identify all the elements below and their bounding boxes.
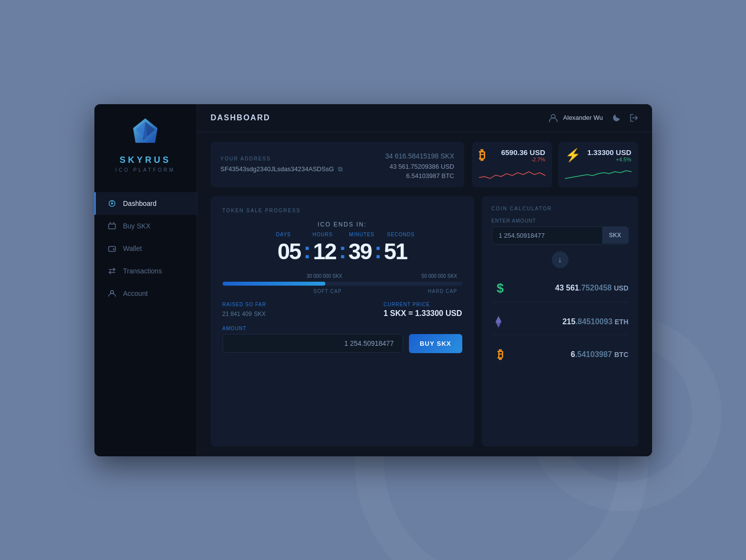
soft-cap-value: 30 000 000 SKX xyxy=(307,273,342,279)
nav-menu: Dashboard Buy SKX Wallet xyxy=(94,192,197,305)
countdown-labels: DAYS HOURS MINUTES SECONDS xyxy=(223,232,462,237)
logo-icon xyxy=(128,116,162,150)
price-label: CURRENT PRICE xyxy=(384,302,462,307)
sidebar-item-account[interactable]: Account xyxy=(94,282,197,305)
header-right: Alexander Wu xyxy=(548,113,638,123)
sidebar-item-buy-skx[interactable]: Buy SKX xyxy=(94,215,197,237)
btc-amount: 6.54103987 BTC xyxy=(385,172,454,179)
coin-calc-label: COIN CALCULATOR xyxy=(492,206,629,211)
usd-amount-value: 43 561.7520458 USD xyxy=(555,284,629,292)
ico-ends-area: ICO ENDS IN: DAYS HOURS MINUTES SECONDS … xyxy=(223,221,462,266)
svg-point-9 xyxy=(111,291,113,293)
app-title: SKYRUS xyxy=(119,155,171,165)
skx-info: 1.33300 USD +4.5% xyxy=(587,148,631,162)
progress-bar-bg xyxy=(223,282,462,286)
buy-section: AMOUNT 1 254.50918477 BUY SKX xyxy=(223,326,462,353)
usd-currency: USD xyxy=(614,284,629,292)
countdown-hours: 12 xyxy=(313,238,336,265)
skx-card: ⚡ 1.33300 USD +4.5% xyxy=(558,142,638,187)
bottom-row: TOKEN SALE PROGRESS ICO ENDS IN: DAYS HO… xyxy=(211,196,638,447)
calc-result-usd: $ 43 561.7520458 USD xyxy=(492,275,629,302)
skx-chart xyxy=(565,168,632,181)
sidebar: SKYRUS ICO PLATFORM Dashboard xyxy=(94,104,197,456)
app-subtitle: ICO PLATFORM xyxy=(115,167,175,173)
amount-field-value: 1 254.50918477 xyxy=(230,339,396,347)
usd-icon: $ xyxy=(492,281,509,296)
user-info: Alexander Wu xyxy=(548,113,603,123)
calc-result-eth: 215.84510093 ETH xyxy=(492,309,629,335)
sidebar-item-wallet[interactable]: Wallet xyxy=(94,237,197,260)
raised-row: RAISED SO FAR 21 841 409 SKX CURRENT PRI… xyxy=(223,302,462,318)
calc-input-row: SKX xyxy=(492,226,629,245)
skx-decimals: .58415198 SKX xyxy=(406,152,454,160)
content-area: YOUR ADDRESS SF43543sdg2340JLsdas34234AS… xyxy=(197,132,652,456)
sep2: : xyxy=(339,237,345,264)
sep1: : xyxy=(303,237,310,264)
sidebar-label-buy-skx: Buy SKX xyxy=(123,222,151,230)
price-section: CURRENT PRICE 1 SKX = 1.33300 USD xyxy=(384,302,462,318)
countdown-days: 05 xyxy=(277,238,300,265)
btc-change: -2.7% xyxy=(501,157,545,162)
sep3: : xyxy=(374,237,381,264)
calc-currency-badge: SKX xyxy=(602,227,628,244)
hard-cap-label: HARD CAP xyxy=(428,289,457,294)
token-sale-label: TOKEN SALE PROGRESS xyxy=(223,208,462,213)
progress-caps: SOFT CAP HARD CAP xyxy=(223,289,462,294)
buy-skx-button[interactable]: BUY SKX xyxy=(409,334,462,353)
countdown-minutes: 39 xyxy=(348,238,371,265)
arrow-down-icon: ↓ xyxy=(552,251,568,268)
main-content: DASHBOARD Alexander Wu xyxy=(197,104,652,456)
btc-icon: ₿ xyxy=(479,148,485,163)
btc-chart xyxy=(479,168,545,181)
sidebar-item-transactions[interactable]: Transactions xyxy=(94,260,197,282)
sidebar-item-dashboard[interactable]: Dashboard xyxy=(94,192,197,215)
coin-calculator-card: COIN CALCULATOR ENTER AMOUNT SKX ↓ $ xyxy=(482,196,638,447)
svg-point-4 xyxy=(111,202,113,204)
sidebar-label-account: Account xyxy=(123,290,148,297)
days-label: DAYS xyxy=(264,232,303,237)
enter-amount-section: ENTER AMOUNT SKX xyxy=(492,218,629,245)
address-value-row: SF43543sdg2340JLsdas34234ASDSsG ⧉ xyxy=(221,165,342,173)
svg-rect-6 xyxy=(109,224,115,229)
seconds-label: SECONDS xyxy=(382,232,421,237)
progress-bar-fill xyxy=(223,282,326,286)
svg-rect-8 xyxy=(113,248,114,250)
countdown-display: 05 : 12 : 39 : 51 xyxy=(223,237,462,266)
btc-card-top: ₿ 6590.36 USD -2.7% xyxy=(479,148,545,163)
address-info: YOUR ADDRESS SF43543sdg2340JLsdas34234AS… xyxy=(221,156,342,173)
btc-card: ₿ 6590.36 USD -2.7% xyxy=(472,142,552,187)
minutes-label: MINUTES xyxy=(342,232,382,237)
eth-amount-value: 215.84510093 ETH xyxy=(563,317,629,326)
address-card: YOUR ADDRESS SF43543sdg2340JLsdas34234AS… xyxy=(211,142,464,187)
btc-currency: BTC xyxy=(614,351,629,358)
user-avatar-icon xyxy=(548,113,558,123)
progress-markers: 30 000 000 SKX 50 000 000 SKX xyxy=(223,273,462,279)
calc-amount-input[interactable] xyxy=(492,227,602,244)
btc-info: 6590.36 USD -2.7% xyxy=(501,148,545,162)
sidebar-label-wallet: Wallet xyxy=(123,245,142,252)
price-formula: 1 SKX = 1.33300 USD xyxy=(384,309,462,318)
countdown-seconds: 51 xyxy=(384,238,407,265)
theme-toggle-button[interactable] xyxy=(612,113,621,122)
logout-button[interactable] xyxy=(630,113,638,122)
copy-address-button[interactable]: ⧉ xyxy=(338,165,342,173)
amount-row: 1 254.50918477 BUY SKX xyxy=(223,334,462,353)
wallet-icon xyxy=(108,244,116,253)
sidebar-label-transactions: Transactions xyxy=(123,267,162,275)
transactions-icon xyxy=(108,267,116,275)
btc-amount-value: 6.54103987 BTC xyxy=(571,350,629,358)
usd-amount: 43 561.75209386 USD xyxy=(385,163,454,170)
skx-whole: 34 616 xyxy=(385,152,407,160)
skx-change: +4.5% xyxy=(587,157,631,162)
amount-label: AMOUNT xyxy=(223,326,462,331)
crypto-cards: ₿ 6590.36 USD -2.7% ⚡ xyxy=(472,142,638,187)
amount-input[interactable]: 1 254.50918477 xyxy=(223,334,403,353)
eth-icon xyxy=(492,315,505,329)
user-name: Alexander Wu xyxy=(563,114,603,121)
skx-amount: 34 616.58415198 SKX xyxy=(385,150,454,161)
calc-arrow: ↓ xyxy=(492,251,629,268)
header: DASHBOARD Alexander Wu xyxy=(197,104,652,132)
top-row: YOUR ADDRESS SF43543sdg2340JLsdas34234AS… xyxy=(211,142,638,187)
skx-price: 1.33300 USD xyxy=(587,148,631,157)
address-amounts: 34 616.58415198 SKX 43 561.75209386 USD … xyxy=(385,150,454,179)
